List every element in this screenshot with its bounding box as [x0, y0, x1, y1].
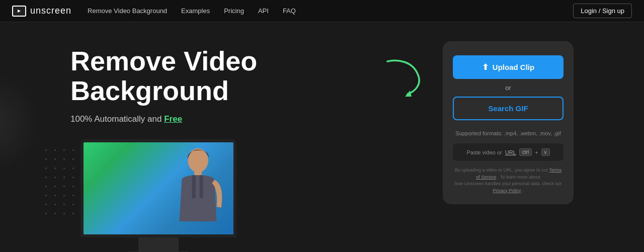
- svg-rect-4: [199, 175, 203, 198]
- nav-link-faq[interactable]: FAQ: [283, 7, 296, 15]
- nav-link-api[interactable]: API: [258, 7, 269, 15]
- dot: [45, 167, 47, 169]
- upload-panel: ⬆ Upload Clip or Search GIF Supported fo…: [443, 41, 574, 204]
- hero-title: Remove Video Background: [70, 46, 413, 106]
- nav-links: Remove Video Background Examples Pricing…: [88, 7, 573, 15]
- svg-marker-0: [405, 91, 412, 97]
- logo-text: unscreen: [30, 6, 71, 16]
- plus-sign: +: [535, 149, 538, 155]
- ctrl-key: ctrl: [519, 148, 532, 156]
- login-button[interactable]: Login / Sign up: [573, 4, 632, 18]
- nav-link-pricing[interactable]: Pricing: [224, 7, 244, 15]
- logo[interactable]: unscreen: [12, 6, 71, 17]
- logo-icon: [12, 6, 26, 17]
- dot: [72, 149, 74, 151]
- dot: [72, 186, 74, 187]
- hero-subtitle: 100% Automatically and Free: [70, 114, 413, 124]
- dot: [63, 167, 65, 169]
- dot: [72, 158, 74, 160]
- dot: [54, 186, 56, 187]
- dot: [54, 158, 56, 160]
- dot: [63, 186, 65, 187]
- dot: [63, 204, 65, 205]
- url-link[interactable]: URL: [505, 149, 516, 155]
- search-gif-button[interactable]: Search GIF: [453, 97, 564, 120]
- dot: [45, 149, 47, 151]
- bg-decoration: [0, 72, 40, 173]
- dot: [45, 213, 47, 214]
- dot: [45, 158, 47, 160]
- hero-section: Remove Video Background 100% Automatical…: [70, 46, 413, 252]
- upload-icon: ⬆: [482, 62, 489, 72]
- dot: [54, 213, 56, 214]
- dot: [54, 177, 56, 178]
- svg-rect-3: [192, 175, 196, 198]
- supported-formats-text: Supported formats: .mp4, .webm, .mov, .g…: [453, 130, 564, 136]
- dot: [63, 213, 65, 214]
- arrow-decoration: [382, 56, 428, 102]
- main-content: Remove Video Background 100% Automatical…: [0, 22, 644, 252]
- privacy-policy-link[interactable]: Privacy Policy: [493, 188, 521, 193]
- v-key: v: [541, 148, 550, 156]
- dot: [45, 177, 47, 178]
- dot: [63, 149, 65, 151]
- monitor-screen: [80, 139, 236, 237]
- navbar: unscreen Remove Video Background Example…: [0, 0, 644, 22]
- terms-text: By uploading a video or URL, you agree t…: [453, 167, 564, 194]
- monitor-stand: [138, 237, 179, 251]
- dot: [72, 204, 74, 205]
- monitor-display: // Generate dots for(let i=0;i<48;i++){ …: [80, 139, 236, 252]
- paste-label: Paste video or: [466, 149, 502, 155]
- monitor-video: [84, 142, 233, 234]
- dot: [72, 195, 74, 196]
- nav-link-remove-bg[interactable]: Remove Video Background: [88, 7, 167, 15]
- dot: [54, 167, 56, 169]
- dot: [72, 177, 74, 178]
- monitor: [80, 139, 236, 252]
- dot: [72, 213, 74, 214]
- dot: [45, 186, 47, 187]
- person-silhouette: [166, 147, 226, 234]
- dot: [63, 158, 65, 160]
- dot: [45, 195, 47, 196]
- dot: [72, 167, 74, 169]
- dot: [63, 177, 65, 178]
- dot: [54, 195, 56, 196]
- or-divider: or: [453, 84, 564, 92]
- paste-url-area[interactable]: Paste video or URL ctrl + v: [453, 143, 564, 161]
- upload-clip-button[interactable]: ⬆ Upload Clip: [453, 55, 564, 79]
- dot: [45, 204, 47, 205]
- dot: [54, 204, 56, 205]
- dot: [63, 195, 65, 196]
- nav-link-examples[interactable]: Examples: [181, 7, 210, 15]
- free-label: Free: [164, 114, 182, 124]
- dot: [54, 149, 56, 151]
